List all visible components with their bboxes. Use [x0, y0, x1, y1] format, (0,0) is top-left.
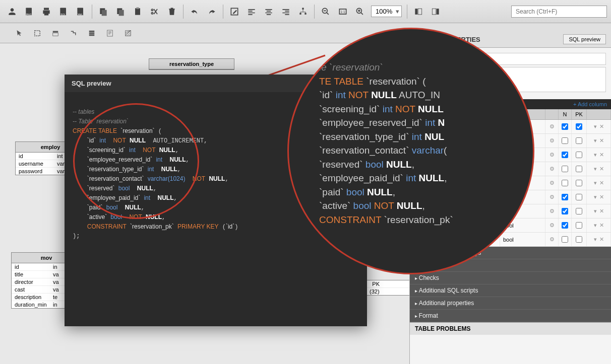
- zoom-11-icon[interactable]: 1:1: [335, 4, 351, 20]
- pk-checkbox[interactable]: [576, 166, 582, 172]
- svg-rect-20: [415, 9, 418, 15]
- section-header[interactable]: Additional SQL scripts: [410, 284, 611, 297]
- svg-rect-28: [89, 32, 95, 34]
- section-header[interactable]: Checks: [410, 272, 611, 284]
- pk-checkbox[interactable]: [576, 123, 582, 130]
- section-header[interactable]: Additional properties: [410, 297, 611, 310]
- sql-preview-button[interactable]: SQL preview: [563, 34, 606, 44]
- svg-rect-15: [304, 13, 306, 14]
- remove-icon[interactable]: ✕: [599, 208, 604, 214]
- gear-icon[interactable]: ⚙: [545, 134, 559, 148]
- nullable-checkbox[interactable]: [562, 137, 568, 144]
- delete-icon[interactable]: [164, 4, 180, 20]
- zoom-out-icon[interactable]: [318, 4, 334, 20]
- pointer-tool-icon[interactable]: [11, 26, 27, 41]
- tree-icon[interactable]: [295, 4, 311, 20]
- gear-icon[interactable]: ⚙: [545, 204, 559, 218]
- layout2-icon[interactable]: [427, 4, 444, 20]
- remove-icon[interactable]: ✕: [599, 180, 604, 186]
- dropdown-icon[interactable]: ▾: [594, 166, 597, 172]
- dropdown-icon[interactable]: ▾: [594, 123, 597, 130]
- table-reservation-type[interactable]: reservation_type: [149, 58, 234, 70]
- zoom-select[interactable]: 100%: [371, 6, 402, 17]
- pk-checkbox[interactable]: [576, 222, 582, 229]
- align-left-icon[interactable]: [243, 4, 260, 20]
- svg-text:PNG: PNG: [26, 13, 32, 16]
- svg-rect-11: [137, 7, 139, 9]
- dropdown-icon[interactable]: ▾: [594, 194, 597, 200]
- remove-icon[interactable]: ✕: [599, 194, 604, 200]
- dropdown-icon[interactable]: ▾: [594, 152, 597, 158]
- separator: [183, 5, 184, 19]
- nullable-checkbox[interactable]: [562, 236, 568, 243]
- pk-checkbox[interactable]: [576, 236, 582, 243]
- nullable-checkbox[interactable]: [562, 208, 568, 214]
- gear-icon[interactable]: ⚙: [545, 148, 559, 162]
- align-center-icon[interactable]: [261, 4, 277, 20]
- nullable-checkbox[interactable]: [562, 222, 568, 229]
- sql-export-icon[interactable]: SQL: [55, 4, 72, 20]
- gear-icon[interactable]: ⚙: [545, 233, 559, 246]
- remove-icon[interactable]: ✕: [599, 152, 604, 158]
- nullable-checkbox[interactable]: [562, 152, 568, 158]
- table-header: reservation_type: [149, 59, 234, 69]
- search-input[interactable]: [511, 6, 607, 18]
- gear-icon[interactable]: ⚙: [545, 176, 559, 190]
- pk-checkbox[interactable]: [576, 208, 582, 214]
- pk-checkbox[interactable]: [576, 137, 582, 144]
- hatch-tool-icon[interactable]: [120, 26, 136, 41]
- svg-rect-24: [35, 30, 40, 36]
- stack-tool-icon[interactable]: [84, 26, 100, 41]
- table-problems-header: TABLE PROBLEMS: [410, 322, 611, 335]
- table-partial[interactable]: PK (32): [366, 280, 409, 296]
- redo-icon[interactable]: [204, 4, 220, 20]
- edit-icon[interactable]: [226, 4, 242, 20]
- nullable-checkbox[interactable]: [562, 166, 568, 172]
- dropdown-icon[interactable]: ▾: [594, 180, 597, 186]
- magnified-view: le `reservation`TE TABLE `reservation` (…: [287, 28, 534, 274]
- pk-checkbox[interactable]: [576, 152, 582, 158]
- remove-icon[interactable]: ✕: [599, 137, 604, 144]
- table-tool-icon[interactable]: [47, 26, 64, 41]
- relation-tool-icon[interactable]: [66, 26, 82, 41]
- svg-text:SQL: SQL: [60, 13, 66, 16]
- svg-rect-14: [299, 13, 301, 14]
- dropdown-icon[interactable]: ▾: [594, 236, 597, 243]
- remove-icon[interactable]: ✕: [599, 222, 604, 229]
- nullable-checkbox[interactable]: [562, 123, 568, 130]
- zoom-in-icon[interactable]: [352, 4, 368, 20]
- align-right-icon[interactable]: [278, 4, 294, 20]
- note-tool-icon[interactable]: [102, 26, 118, 41]
- nullable-checkbox[interactable]: [562, 180, 568, 186]
- dropdown-icon[interactable]: ▾: [594, 137, 597, 144]
- remove-icon[interactable]: ✕: [599, 166, 604, 172]
- marquee-tool-icon[interactable]: [29, 26, 45, 41]
- print-icon[interactable]: [38, 4, 54, 20]
- size-label: (32): [370, 288, 380, 295]
- remove-icon[interactable]: ✕: [599, 236, 604, 243]
- pk-checkbox[interactable]: [576, 194, 582, 200]
- svg-rect-29: [89, 34, 95, 36]
- remove-icon[interactable]: ✕: [599, 123, 604, 130]
- paste-icon[interactable]: [130, 4, 146, 20]
- dropdown-icon[interactable]: ▾: [594, 222, 597, 229]
- svg-text:1:1: 1:1: [340, 10, 345, 13]
- cut-icon[interactable]: [147, 4, 163, 20]
- svg-text:XML: XML: [78, 13, 83, 16]
- copy2-icon[interactable]: [112, 4, 129, 20]
- section-header[interactable]: Format: [410, 310, 611, 322]
- users-icon[interactable]: [4, 4, 20, 20]
- svg-rect-25: [53, 31, 58, 32]
- pk-checkbox[interactable]: [576, 180, 582, 186]
- copy-icon[interactable]: [95, 4, 111, 20]
- gear-icon[interactable]: ⚙: [545, 120, 559, 133]
- dropdown-icon[interactable]: ▾: [594, 208, 597, 214]
- gear-icon[interactable]: ⚙: [545, 162, 559, 176]
- gear-icon[interactable]: ⚙: [545, 219, 559, 232]
- xml-export-icon[interactable]: XML: [73, 4, 89, 20]
- png-export-icon[interactable]: PNG: [21, 4, 37, 20]
- undo-icon[interactable]: [187, 4, 203, 20]
- gear-icon[interactable]: ⚙: [545, 190, 559, 204]
- nullable-checkbox[interactable]: [562, 194, 568, 200]
- layout1-icon[interactable]: [410, 4, 426, 20]
